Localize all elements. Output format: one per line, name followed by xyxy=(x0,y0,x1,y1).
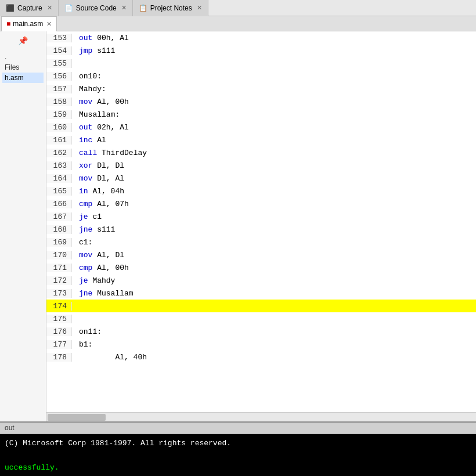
code-line-156: 156 on10: xyxy=(46,70,476,82)
line-num-160: 160 xyxy=(46,123,72,132)
sidebar-item-paren[interactable]: . xyxy=(2,52,44,62)
tab-bar: ⬛ Capture ✕ 📄 Source Code ✕ 📋 Project No… xyxy=(0,0,476,16)
source-code-icon: 📄 xyxy=(64,4,73,12)
line-num-161: 161 xyxy=(46,136,72,145)
tab-project-notes[interactable]: 📋 Project Notes ✕ xyxy=(133,0,208,16)
line-content-158: mov Al, 00h xyxy=(72,98,129,106)
line-num-164: 164 xyxy=(46,174,72,183)
scrollbar-thumb[interactable] xyxy=(48,414,106,421)
line-content-170: mov Al, Dl xyxy=(72,251,124,259)
code-editor: 153 out 00h, Al 154 jmp s111 155 156 on1… xyxy=(46,31,476,421)
code-line-174: 174 xyxy=(46,300,476,312)
line-num-170: 170 xyxy=(46,251,72,259)
line-content-169: c1: xyxy=(72,238,92,247)
output-line-1: (C) Microsoft Corp 1981-1997. All rights… xyxy=(5,438,471,450)
output-text-3: uccessfully. xyxy=(5,463,59,472)
tab-source-label: Source Code xyxy=(76,4,117,12)
line-num-172: 172 xyxy=(46,276,72,285)
line-content-154: jmp s111 xyxy=(72,46,115,55)
code-line-167: 167 je c1 xyxy=(46,210,476,223)
code-line-163: 163 xor Dl, Dl xyxy=(46,159,476,172)
line-num-173: 173 xyxy=(46,289,72,298)
sidebar-item-files[interactable]: Files xyxy=(2,62,44,73)
sidebar-item-files-label: Files xyxy=(5,63,19,71)
output-label-text: out xyxy=(5,424,15,432)
sidebar-item-paren-label: . xyxy=(5,53,6,61)
file-tab-label: main.asm xyxy=(13,20,43,28)
line-content-168: jne s111 xyxy=(72,225,115,234)
line-content-164: mov Dl, Al xyxy=(72,174,124,183)
line-num-175: 175 xyxy=(46,315,72,323)
line-content-157: Mahdy: xyxy=(72,85,106,93)
capture-icon: ⬛ xyxy=(6,4,15,12)
project-notes-icon: 📋 xyxy=(139,4,147,12)
line-num-153: 153 xyxy=(46,34,72,42)
line-num-178: 178 xyxy=(46,353,72,362)
code-line-158: 158 mov Al, 00h xyxy=(46,95,476,108)
code-line-175: 175 xyxy=(46,312,476,325)
line-content-178: Al, 40h xyxy=(72,353,147,362)
code-line-166: 166 cmp Al, 07h xyxy=(46,197,476,210)
line-num-168: 168 xyxy=(46,225,72,234)
line-num-177: 177 xyxy=(46,340,72,349)
tab-source-close[interactable]: ✕ xyxy=(121,4,127,12)
tab-capture[interactable]: ⬛ Capture ✕ xyxy=(0,0,59,16)
code-line-162: 162 call ThirdDelay xyxy=(46,146,476,159)
tab-source-code[interactable]: 📄 Source Code ✕ xyxy=(59,0,133,16)
code-line-172: 172 je Mahdy xyxy=(46,274,476,287)
line-num-176: 176 xyxy=(46,327,72,336)
line-content-167: je c1 xyxy=(72,212,102,221)
code-line-168: 168 jne s111 xyxy=(46,223,476,236)
code-line-157: 157 Mahdy: xyxy=(46,82,476,95)
code-line-161: 161 inc Al xyxy=(46,134,476,146)
line-content-162: call ThirdDelay xyxy=(72,149,147,157)
sidebar-pin-icon[interactable]: 📌 xyxy=(0,34,46,48)
line-num-167: 167 xyxy=(46,212,72,221)
sidebar-item-hasm[interactable]: h.asm xyxy=(2,73,44,83)
code-line-165: 165 in Al, 04h xyxy=(46,185,476,197)
line-num-159: 159 xyxy=(46,110,72,119)
horizontal-scrollbar[interactable] xyxy=(46,412,476,421)
line-content-161: inc Al xyxy=(72,136,106,145)
code-scroll-area[interactable]: 153 out 00h, Al 154 jmp s111 155 156 on1… xyxy=(46,31,476,412)
code-line-178: 178 Al, 40h xyxy=(46,351,476,363)
line-content-163: xor Dl, Dl xyxy=(72,161,124,170)
tab-capture-label: Capture xyxy=(17,4,42,12)
line-num-162: 162 xyxy=(46,149,72,157)
code-line-154: 154 jmp s111 xyxy=(46,44,476,57)
line-content-166: cmp Al, 07h xyxy=(72,200,129,208)
sidebar-files: . Files h.asm xyxy=(0,48,46,86)
code-line-155: 155 xyxy=(46,57,476,70)
line-content-156: on10: xyxy=(72,72,102,81)
sidebar: 📌 . Files h.asm xyxy=(0,31,46,421)
output-text-1: (C) Microsoft Corp 1981-1997. All rights… xyxy=(5,439,231,448)
line-num-166: 166 xyxy=(46,200,72,208)
line-num-158: 158 xyxy=(46,98,72,106)
code-line-173: 173 jne Musallam xyxy=(46,287,476,300)
line-num-156: 156 xyxy=(46,72,72,81)
output-line-3: uccessfully. xyxy=(5,462,471,474)
code-line-171: 171 cmp Al, 00h xyxy=(46,261,476,274)
line-num-169: 169 xyxy=(46,238,72,247)
line-content-172: je Mahdy xyxy=(72,276,115,285)
code-line-159: 159 Musallam: xyxy=(46,108,476,121)
file-tab-close[interactable]: ✕ xyxy=(46,20,52,28)
line-num-155: 155 xyxy=(46,59,72,68)
code-line-170: 170 mov Al, Dl xyxy=(46,248,476,261)
line-content-160: out 02h, Al xyxy=(72,123,129,132)
line-content-171: cmp Al, 00h xyxy=(72,264,129,272)
sidebar-item-hasm-label: h.asm xyxy=(5,74,24,82)
code-line-160: 160 out 02h, Al xyxy=(46,121,476,134)
line-content-173: jne Musallam xyxy=(72,289,134,298)
tab-capture-close[interactable]: ✕ xyxy=(47,4,52,12)
tab-project-close[interactable]: ✕ xyxy=(197,4,202,12)
output-line-2 xyxy=(5,450,471,462)
output-label: out xyxy=(0,423,476,434)
tab-project-label: Project Notes xyxy=(150,4,192,12)
file-tab-main-asm[interactable]: ■ main.asm ✕ xyxy=(1,16,57,31)
line-num-174: 174 xyxy=(46,302,72,311)
main-area: 📌 . Files h.asm 153 out 00h, Al 154 jmp … xyxy=(0,31,476,421)
line-num-157: 157 xyxy=(46,85,72,93)
code-line-164: 164 mov Dl, Al xyxy=(46,172,476,185)
line-content-159: Musallam: xyxy=(72,110,120,119)
